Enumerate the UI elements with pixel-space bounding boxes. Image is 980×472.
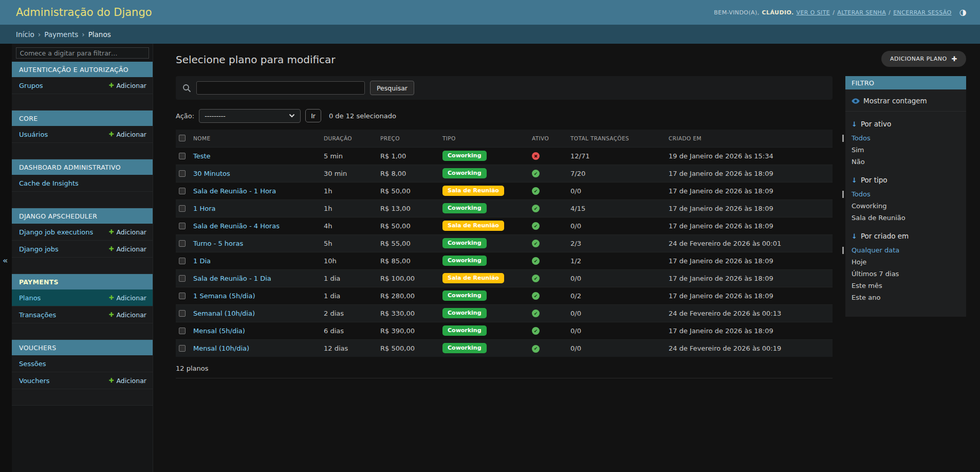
sidebar-item-label[interactable]: Transações [19, 311, 56, 319]
search-input[interactable] [196, 81, 365, 95]
row-checkbox[interactable] [179, 223, 186, 229]
add-link[interactable]: ✚Adicionar [108, 82, 146, 89]
go-button[interactable]: Ir [305, 109, 321, 122]
sidebar-item-label[interactable]: Vouchers [19, 377, 50, 385]
filter-option-qualquer-data[interactable]: Qualquer data [845, 244, 966, 256]
logout-link[interactable]: ENCERRAR SESSÃO [893, 9, 951, 16]
plan-name-link[interactable]: Sala de Reunião - 1 Hora [193, 187, 276, 195]
column-header-ativo[interactable]: ATIVO [528, 130, 566, 147]
filter-option-hoje[interactable]: Hoje [845, 256, 966, 268]
sidebar-item-label[interactable]: Django job executions [19, 228, 93, 236]
column-header-nome[interactable]: NOME [189, 130, 320, 147]
app-title[interactable]: Administração do Django [16, 6, 152, 19]
sidebar-module: DASHBOARD ADMINISTRATIVOCache de Insight… [12, 159, 153, 208]
add-link[interactable]: ✚Adicionar [108, 131, 146, 138]
plan-transactions: 0/2 [566, 287, 664, 304]
row-checkbox[interactable] [179, 345, 186, 352]
sidebar-item-vouchers[interactable]: Vouchers✚Adicionar [12, 372, 153, 389]
add-link[interactable]: ✚Adicionar [108, 294, 146, 302]
plan-name-link[interactable]: 1 Semana (5h/dia) [193, 292, 255, 300]
filter-option-todos[interactable]: Todos [845, 188, 966, 200]
sidebar-item-sessões[interactable]: Sessões [12, 355, 153, 372]
plan-duration: 5 min [320, 147, 376, 165]
filter-option-não[interactable]: Não [845, 156, 966, 168]
filter-option-este-ano[interactable]: Este ano [845, 292, 966, 303]
sidebar-item-django-jobs[interactable]: Django jobs✚Adicionar [12, 241, 153, 258]
filter-option-este-mês[interactable]: Este mês [845, 280, 966, 292]
plan-transactions: 7/20 [566, 165, 664, 182]
row-checkbox[interactable] [179, 170, 186, 177]
row-checkbox[interactable] [179, 310, 186, 317]
app-header: Administração do Django BEM-VINDO(A), CL… [0, 0, 980, 25]
plan-name-link[interactable]: Sala de Reunião - 4 Horas [193, 222, 280, 230]
plan-name-link[interactable]: Turno - 5 horas [193, 240, 243, 247]
change-password-link[interactable]: ALTERAR SENHA [837, 9, 886, 16]
plan-transactions: 0/0 [566, 269, 664, 287]
column-header-total-transacoes[interactable]: TOTAL TRANSAÇÕES [566, 130, 664, 147]
row-checkbox[interactable] [179, 240, 186, 247]
add-link[interactable]: ✚Adicionar [108, 377, 146, 385]
sidebar-item-label[interactable]: Sessões [19, 360, 46, 368]
plan-name-link[interactable]: 1 Hora [193, 205, 215, 212]
row-checkbox[interactable] [179, 328, 186, 334]
table-row: Turno - 5 horas5hR$ 55,00Coworking✔2/324… [176, 234, 833, 252]
row-checkbox[interactable] [179, 275, 186, 282]
column-header-duracao[interactable]: DURAÇÃO [320, 130, 376, 147]
filter-option-sim[interactable]: Sim [845, 144, 966, 156]
row-checkbox[interactable] [179, 153, 186, 159]
row-checkbox[interactable] [179, 258, 186, 264]
filter-option-sala-de-reunião[interactable]: Sala de Reunião [845, 212, 966, 224]
column-header-preco[interactable]: PREÇO [376, 130, 438, 147]
select-all-checkbox[interactable] [179, 135, 186, 141]
filter-option-coworking[interactable]: Coworking [845, 200, 966, 212]
sidebar-item-label[interactable]: Usuários [19, 131, 48, 138]
sidebar-item-label[interactable]: Planos [19, 294, 41, 302]
sidebar-collapse-toggle[interactable]: « [3, 256, 8, 265]
plan-name-link[interactable]: Semanal (10h/dia) [193, 310, 255, 317]
plan-duration: 4h [320, 217, 376, 234]
sidebar-item-usuários[interactable]: Usuários✚Adicionar [12, 126, 153, 143]
filter-option-últimos-7-dias[interactable]: Últimos 7 dias [845, 268, 966, 280]
plan-name-link[interactable]: Mensal (5h/dia) [193, 327, 245, 335]
add-link[interactable]: ✚Adicionar [108, 311, 146, 319]
action-select[interactable]: --------- [199, 109, 301, 123]
sidebar-filter-input[interactable] [16, 47, 149, 59]
plan-name-link[interactable]: 30 Minutos [193, 170, 230, 177]
add-link[interactable]: ✚Adicionar [108, 228, 146, 236]
sidebar-item-grupos[interactable]: Grupos✚Adicionar [12, 77, 153, 94]
plan-transactions: 2/3 [566, 234, 664, 252]
row-checkbox[interactable] [179, 293, 186, 299]
sidebar-item-label[interactable]: Cache de Insights [19, 179, 79, 187]
plan-name-link[interactable]: Teste [193, 152, 211, 160]
sidebar-item-label[interactable]: Grupos [19, 82, 43, 89]
search-button[interactable]: Pesquisar [370, 81, 414, 95]
add-plan-button[interactable]: ADICIONAR PLANO ✚ [881, 51, 966, 67]
plan-created: 17 de Janeiro de 2026 às 18:09 [664, 322, 833, 339]
sidebar-item-cache-de-insights[interactable]: Cache de Insights [12, 175, 153, 192]
breadcrumb-home-link[interactable]: Início [16, 30, 34, 39]
add-label: Adicionar [117, 294, 146, 302]
view-site-link[interactable]: VER O SITE [797, 9, 830, 16]
plan-name-link[interactable]: Sala de Reunião - 1 Dia [193, 275, 271, 282]
plus-icon: ✚ [108, 377, 114, 384]
breadcrumb-payments-link[interactable]: Payments [44, 30, 78, 39]
sidebar-item-label[interactable]: Django jobs [19, 245, 59, 253]
row-checkbox[interactable] [179, 205, 186, 212]
sidebar-item-planos[interactable]: Planos✚Adicionar [12, 289, 153, 306]
plan-price: R$ 55,00 [376, 234, 438, 252]
plan-name-link[interactable]: 1 Dia [193, 257, 211, 265]
plan-name-link[interactable]: Mensal (10h/dia) [193, 344, 249, 352]
filter-option-todos[interactable]: Todos [845, 132, 966, 144]
theme-toggle-icon[interactable]: ◑ [959, 8, 967, 16]
sidebar-item-transações[interactable]: Transações✚Adicionar [12, 306, 153, 323]
add-link[interactable]: ✚Adicionar [108, 245, 146, 253]
column-header-tipo[interactable]: TIPO [438, 130, 528, 147]
show-count-toggle[interactable]: Mostrar contagem [845, 92, 966, 112]
row-checkbox[interactable] [179, 188, 186, 194]
column-header-criado-em[interactable]: CRIADO EM [664, 130, 833, 147]
plan-price: R$ 85,00 [376, 252, 438, 269]
sidebar-item-django-job-executions[interactable]: Django job executions✚Adicionar [12, 224, 153, 241]
plus-icon: ✚ [108, 311, 114, 318]
page-title: Selecione plano para modificar [176, 53, 336, 66]
plan-duration: 2 dias [320, 304, 376, 322]
